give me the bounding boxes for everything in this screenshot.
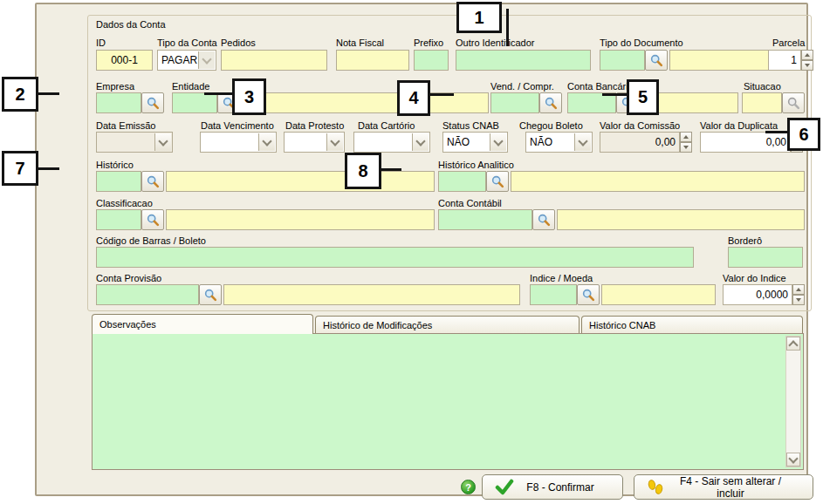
confirm-button[interactable]: F8 - Confirmar [482,474,623,500]
vend-compr-search-button[interactable] [539,92,562,113]
spin-down-button[interactable] [792,295,805,305]
parcela-field[interactable]: 1 [768,50,801,71]
search-icon [649,53,664,68]
search-icon [581,288,596,303]
bordero-label: Borderô [728,235,762,246]
nota-fiscal-label: Nota Fiscal [336,37,384,48]
tipo-documento-code-field[interactable] [600,50,645,71]
valor-comissao-label: Valor da Comissão [600,120,680,131]
conta-contabil-code-field[interactable] [438,209,532,230]
data-emissao-combo[interactable] [96,132,173,153]
help-glyph: ? [465,482,471,493]
nota-fiscal-field[interactable] [336,50,409,71]
dados-da-conta-window: Dados da Conta ID 000-1 Tipo da Conta PA… [35,3,808,496]
chevron-down-icon[interactable] [412,133,429,151]
tab-observacoes[interactable]: Observações [92,314,313,334]
conta-contabil-desc-field[interactable] [557,209,805,230]
classificacao-code-field[interactable] [96,209,141,230]
outro-identificador-field[interactable] [456,50,591,71]
indice-moeda-code-field[interactable] [530,284,577,305]
spin-up-button[interactable] [680,132,692,142]
valor-comissao-field[interactable]: 0,00 [600,132,680,153]
status-cnab-label: Status CNAB [442,120,499,131]
conta-bancaria-label: Conta Bancária [567,81,634,92]
callout-7: 7 [2,151,38,186]
groupbox-title: Dados da Conta [96,19,166,30]
callout-5: 5 [627,79,659,115]
scroll-down-button[interactable] [786,453,800,467]
spin-up-button[interactable] [792,284,805,295]
historico-analitico-code-field[interactable] [438,171,486,192]
data-protesto-combo[interactable] [284,132,345,153]
empresa-field[interactable] [96,92,141,113]
valor-indice-label: Valor do Indice [723,273,786,283]
situacao-field[interactable] [742,92,782,113]
classificacao-desc-field[interactable] [166,209,435,230]
valor-duplicata-field[interactable]: 0,00 [700,132,791,153]
id-label: ID [96,37,106,48]
data-vencimento-combo[interactable] [200,132,277,153]
chevron-down-icon[interactable] [326,133,343,151]
prefixo-field[interactable] [414,50,449,71]
indice-moeda-desc-field[interactable] [601,284,716,305]
spin-down-button[interactable] [801,60,813,71]
callout-7-line [37,167,59,170]
prefixo-label: Prefixo [414,37,443,48]
historico-code-field[interactable] [96,171,141,192]
vend-compr-field[interactable] [490,92,539,113]
data-cartorio-combo[interactable] [353,132,430,153]
entidade-code-field[interactable] [172,92,217,113]
search-icon [146,96,161,111]
tipo-documento-desc-field[interactable] [669,50,772,71]
spin-up-button[interactable] [801,50,813,60]
codigo-barras-field[interactable] [96,247,694,268]
entidade-label: Entidade [172,81,209,92]
callout-1: 1 [456,2,502,33]
help-icon[interactable]: ? [461,480,476,494]
tipo-conta-combo[interactable]: PAGAR [157,50,216,71]
classificacao-search-button[interactable] [141,209,164,230]
valor-comissao-value: 0,00 [655,136,676,148]
historico-search-button[interactable] [141,171,164,192]
spin-down-button[interactable] [680,142,692,153]
tab-historico-cnab[interactable]: Histórico CNAB [581,316,803,334]
situacao-search-button-disabled [782,92,805,113]
codigo-barras-label: Código de Barras / Boleto [96,235,206,246]
callout-2-line [37,92,59,95]
tipo-conta-label: Tipo da Conta [157,37,217,48]
chevron-down-icon[interactable] [490,133,506,151]
conta-contabil-search-button[interactable] [532,209,555,230]
tipo-documento-search-button[interactable] [645,50,668,71]
tipo-documento-label: Tipo do Documento [600,37,683,48]
bordero-field[interactable] [728,247,803,268]
conta-provisao-search-button[interactable] [199,284,222,305]
vertical-scrollbar[interactable] [785,336,801,467]
indice-moeda-search-button[interactable] [577,284,600,305]
id-value: 000-1 [111,54,138,66]
empresa-search-button[interactable] [141,92,164,113]
exit-button[interactable]: F4 - Sair sem alterar / incluir [634,474,813,500]
id-field[interactable]: 000-1 [96,50,153,71]
historico-label: Histórico [96,160,134,170]
conta-provisao-desc-field[interactable] [223,284,520,305]
chegou-boleto-label: Chegou Boleto [519,120,583,131]
tab-historico-modificacoes[interactable]: Histórico de Modificações [315,316,580,334]
historico-analitico-search-button[interactable] [486,171,509,192]
tab-observacoes-label: Observações [99,319,156,330]
status-cnab-combo[interactable]: NÃO [442,132,508,153]
scroll-up-button[interactable] [786,337,800,351]
data-cartorio-label: Data Cartório [358,120,415,131]
valor-indice-field[interactable]: 0,0000 [723,284,792,305]
chegou-boleto-combo[interactable]: NÃO [525,132,593,153]
pedidos-field[interactable] [221,50,327,71]
chevron-down-icon[interactable] [154,133,171,151]
historico-analitico-desc-field[interactable] [511,171,805,192]
observacoes-textarea[interactable] [93,334,784,469]
valor-duplicata-value: 0,00 [766,136,786,148]
chevron-down-icon[interactable] [258,133,275,151]
callout-1-line [506,9,509,46]
valor-indice-spinner [792,284,805,305]
chevron-down-icon[interactable] [574,133,591,151]
conta-provisao-code-field[interactable] [96,284,199,305]
historico-desc-field[interactable] [166,171,435,192]
